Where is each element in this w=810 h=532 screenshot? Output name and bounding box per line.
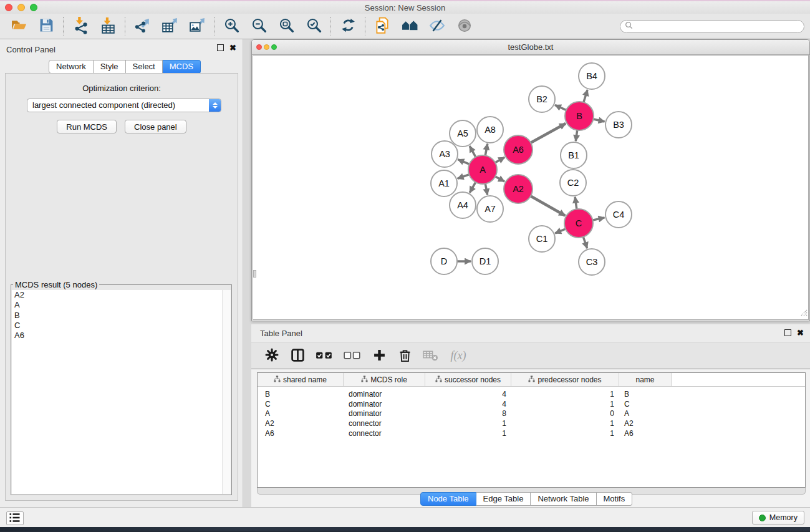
table-row[interactable]: A6connector11A6 [258,428,805,438]
mcds-result-item[interactable]: C [12,321,231,331]
node-D[interactable]: D [431,248,457,274]
tab-select[interactable]: Select [126,60,163,74]
zoom-out-button[interactable] [245,15,272,37]
mcds-result-list[interactable]: A2ABCA6 [12,290,231,494]
close-panel-button[interactable]: Close panel [125,120,186,133]
float-table-panel-icon[interactable] [784,329,791,336]
task-history-button[interactable] [6,511,24,525]
export-image-button[interactable] [183,15,211,37]
table-cell[interactable]: connector [344,419,425,428]
node-D1[interactable]: D1 [472,248,498,274]
node-A2[interactable]: A2 [504,175,533,203]
table-tab-network-table[interactable]: Network Table [531,492,596,506]
table-cell[interactable]: C [258,400,344,409]
float-panel-icon[interactable] [217,44,224,51]
network-close-button[interactable] [256,44,262,50]
delete-column-button[interactable] [397,347,413,365]
column-header-name[interactable]: name [619,373,672,386]
node-A5[interactable]: A5 [450,120,476,147]
mcds-result-item[interactable]: A6 [12,331,231,341]
tab-mcds[interactable]: MCDS [163,60,201,74]
zoom-selected-button[interactable] [300,15,327,37]
show-details-button[interactable] [451,15,478,37]
tab-network[interactable]: Network [49,60,94,74]
mcds-list-scrollbar[interactable] [222,290,231,494]
table-cell[interactable]: A [619,409,672,418]
table-cell[interactable]: A6 [619,429,672,438]
network-canvas[interactable]: B4B2BB3A8A5A6A3B1AC2A1A2A4A7C4CC1DD1C3 [253,55,809,320]
table-cell[interactable]: 1 [511,400,619,409]
node-A3[interactable]: A3 [432,141,458,167]
import-table-button[interactable] [94,15,122,37]
table-cell[interactable]: 4 [425,400,511,409]
table-cell[interactable]: A2 [619,419,672,428]
node-C2[interactable]: C2 [560,170,586,196]
node-B1[interactable]: B1 [561,142,587,168]
table-tab-node-table[interactable]: Node Table [420,492,476,506]
network-minimize-button[interactable] [264,44,269,50]
search-input[interactable] [635,21,804,32]
table-cell[interactable]: connector [344,429,425,438]
node-B2[interactable]: B2 [529,86,555,112]
network-window-titlebar[interactable]: testGlobe.txt [252,40,809,55]
table-cell[interactable]: A2 [258,419,344,428]
deselect-all-rows-button[interactable] [343,347,362,365]
node-C3[interactable]: C3 [579,249,605,275]
node-A1[interactable]: A1 [431,170,457,196]
save-session-button[interactable] [32,15,60,37]
mcds-result-item[interactable]: A [12,300,231,310]
column-header-predecessor-nodes[interactable]: predecessor nodes [511,373,619,386]
table-cell[interactable]: A6 [258,429,344,438]
node-A7[interactable]: A7 [477,196,503,222]
table-cell[interactable]: 1 [511,429,619,438]
table-cell[interactable]: 1 [511,419,619,428]
tab-style[interactable]: Style [94,60,126,74]
node-B4[interactable]: B4 [579,63,605,89]
table-row[interactable]: Bdominator41B [258,389,805,399]
table-cell[interactable]: dominator [344,400,425,409]
network-zoom-button[interactable] [271,44,277,50]
table-row[interactable]: Cdominator41C [258,399,805,409]
run-mcds-button[interactable]: Run MCDS [57,120,117,133]
table-cell[interactable]: dominator [344,409,425,418]
memory-button[interactable]: Memory [752,511,804,525]
node-C1[interactable]: C1 [529,226,555,252]
column-header-mcds-role[interactable]: MCDS role [344,373,425,386]
table-cell[interactable]: 1 [425,419,511,428]
table-row[interactable]: A2connector11A2 [258,418,805,428]
select-stepper-icon[interactable] [209,99,221,112]
table-cell[interactable]: B [619,390,672,399]
select-all-rows-button[interactable] [315,347,334,365]
table-tab-motifs[interactable]: Motifs [597,492,633,506]
show-all-networks-button[interactable] [396,15,423,37]
node-C4[interactable]: C4 [605,201,632,228]
export-table-button[interactable] [156,15,183,37]
import-network-button[interactable] [67,15,94,37]
table-cell[interactable]: 8 [425,409,511,418]
node-A4[interactable]: A4 [450,192,476,218]
duplicate-network-button[interactable] [369,15,396,37]
table-cell[interactable]: B [258,390,344,399]
table-settings-button[interactable] [264,347,280,365]
show-columns-button[interactable] [289,347,306,365]
node-C[interactable]: C [564,209,593,238]
zoom-fit-button[interactable] [272,15,300,37]
mcds-result-item[interactable]: B [12,311,231,321]
table-cell[interactable]: 4 [425,390,511,399]
table-tab-edge-table[interactable]: Edge Table [476,492,531,506]
resize-grip-icon[interactable] [799,307,808,319]
network-graph[interactable]: B4B2BB3A8A5A6A3B1AC2A1A2A4A7C4CC1DD1C3 [253,56,809,320]
canvas-edge-handle[interactable] [253,270,256,278]
export-network-button[interactable] [128,15,156,37]
open-session-button[interactable] [5,15,32,37]
table-cell[interactable]: dominator [344,390,425,399]
table-cell[interactable]: A [258,409,344,418]
node-B3[interactable]: B3 [605,112,632,138]
column-header-shared-name[interactable]: shared name [258,373,344,386]
node-A[interactable]: A [468,155,497,184]
table-cell[interactable]: 1 [511,390,619,399]
table-row[interactable]: Adominator80A [258,409,805,419]
close-table-panel-icon[interactable]: ✖ [797,329,804,336]
hide-details-button[interactable] [423,15,451,37]
node-A6[interactable]: A6 [504,135,533,164]
